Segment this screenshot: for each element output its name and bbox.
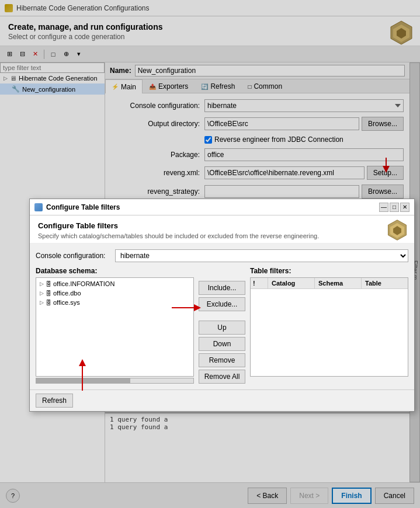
db-item-label-1: office.dbo	[53, 290, 81, 297]
db-item-label-2: office.sys	[53, 299, 80, 306]
dialog-console-config-select[interactable]: hibernate	[115, 249, 408, 262]
dialog-footer: Refresh	[30, 389, 414, 411]
db-tree-item-2[interactable]: ▷ 🗄 office.sys	[37, 298, 192, 307]
dialog-content: Console configuration: hibernate Databas…	[30, 243, 414, 389]
col-header-catalog: Catalog	[268, 278, 315, 288]
table-filters-grid: ! Catalog Schema Table	[250, 277, 408, 377]
dialog-header: Configure Table filters Specify which ca…	[30, 215, 414, 243]
refresh-btn[interactable]: Refresh	[36, 394, 73, 408]
dialog-logo	[386, 219, 408, 243]
db-tree-item-0[interactable]: ▷ 🗄 office.INFORMATION	[37, 279, 192, 288]
db-icon-1: 🗄	[46, 290, 51, 297]
db-icon-2: 🗄	[46, 300, 51, 306]
tree-expand-1: ▷	[40, 290, 44, 296]
db-table-area: Database schema: ▷ 🗄 office.INFORMATION …	[36, 267, 408, 384]
dialog-close-btn[interactable]: ✕	[400, 203, 409, 212]
dialog-titlebar: Configure Table filters — □ ✕	[30, 199, 414, 215]
db-scrollbar-thumb	[36, 378, 130, 383]
down-btn[interactable]: Down	[199, 337, 245, 351]
table-filters-label: Table filters:	[250, 267, 408, 275]
db-schema-label: Database schema:	[36, 267, 194, 275]
db-tree-item-1[interactable]: ▷ 🗄 office.dbo	[37, 288, 192, 298]
dialog-title-left: Configure Table filters	[34, 203, 120, 211]
btn-col: Include... Exclude... Up Down Remove Rem…	[199, 267, 245, 384]
table-grid-body	[251, 289, 408, 374]
dialog-icon	[34, 203, 43, 211]
table-grid-header: ! Catalog Schema Table	[251, 278, 408, 289]
db-icon-0: 🗄	[46, 281, 51, 287]
dialog-controls: — □ ✕	[379, 203, 409, 212]
db-item-label-0: office.INFORMATION	[53, 280, 114, 287]
include-btn[interactable]: Include...	[199, 281, 245, 295]
dialog-header-sub: Specify which catalog/schema/tables shou…	[38, 232, 406, 239]
dialog-maximize-btn[interactable]: □	[390, 203, 399, 212]
table-filters-panel: Table filters: ! Catalog Schema Table	[250, 267, 408, 384]
dialog-console-config-row: Console configuration: hibernate	[36, 249, 408, 262]
tree-expand-2: ▷	[40, 300, 44, 305]
col-header-table: Table	[362, 278, 408, 288]
db-scrollbar[interactable]	[36, 378, 194, 384]
dialog-title-text: Configure Table filters	[46, 203, 120, 211]
dialog-header-title: Configure Table filters	[38, 221, 406, 230]
remove-all-btn[interactable]: Remove All	[199, 370, 245, 384]
col-header-excl: !	[251, 278, 268, 288]
db-schema-panel: Database schema: ▷ 🗄 office.INFORMATION …	[36, 267, 194, 384]
dialog-console-config-label: Console configuration:	[36, 252, 112, 260]
up-btn[interactable]: Up	[199, 321, 245, 335]
exclude-btn[interactable]: Exclude...	[199, 297, 245, 311]
col-header-schema: Schema	[315, 278, 362, 288]
db-schema-tree[interactable]: ▷ 🗄 office.INFORMATION ▷ 🗄 office.dbo ▷ …	[36, 277, 194, 377]
configure-table-filters-dialog: Configure Table filters — □ ✕ Configure …	[29, 199, 415, 412]
btn-spacer	[199, 314, 245, 318]
tree-expand-0: ▷	[40, 281, 44, 287]
dialog-minimize-btn[interactable]: —	[379, 203, 388, 212]
remove-btn[interactable]: Remove	[199, 353, 245, 367]
